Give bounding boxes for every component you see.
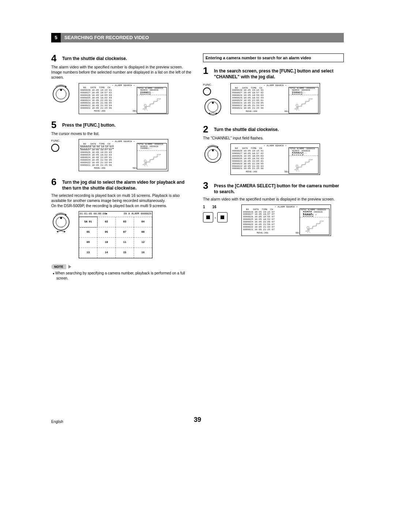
svg-point-15	[296, 165, 298, 167]
grid-cells: SA 01020304050607080910111213141516	[79, 217, 152, 258]
step-3: 3 Press the [CAMERA SELECT] button for t…	[203, 181, 344, 195]
svg-point-14	[212, 150, 214, 151]
step-number: 3	[203, 181, 214, 195]
grid-cell: 05	[79, 227, 97, 237]
grid-cell: 12	[134, 237, 152, 248]
alarm-search-screen: < ALARM SEARCH > NO DATE TIME CH 0000028…	[230, 143, 320, 175]
grid-cell: 03	[116, 217, 134, 227]
camera-select-buttons-icon: 116 -	[203, 205, 236, 223]
section-number: 5	[51, 33, 61, 42]
step-title: Press the [CAMERA SELECT] button for the…	[214, 181, 344, 195]
step-number: 1	[203, 66, 214, 80]
grid-cell: 16	[134, 248, 152, 258]
svg-point-7	[60, 217, 62, 219]
step-title: Turn the shuttle dial clockwise.	[62, 53, 127, 63]
grid-cell: 02	[97, 217, 116, 227]
alarm-search-screen: < ALARM SEARCH > NO DATE TIME CH 0000028…	[241, 205, 331, 236]
manual-page: 5 SEARCHING FOR RECORDED VIDEO 4 Turn th…	[51, 33, 344, 424]
playback-alarm-label: EN A ALARM 0000028	[124, 212, 151, 216]
svg-point-2	[60, 89, 62, 91]
note-list: When searching by specifying a camera nu…	[56, 271, 192, 281]
svg-point-12	[205, 146, 221, 162]
step-5: 5 Press the [FUNC.] button.	[51, 120, 192, 130]
section-title: SEARCHING FOR RECORDED VIDEO	[64, 33, 149, 42]
cam-label-16: 16	[212, 205, 217, 210]
step-title: Press the [FUNC.] button.	[62, 120, 116, 130]
step-body: The alarm video with the specified numbe…	[203, 196, 344, 202]
step-1: 1 In the search screen, press the [FUNC.…	[203, 66, 344, 80]
step-number: 2	[203, 124, 214, 134]
grid-cell: 15	[116, 248, 134, 258]
grid-cell: 08	[134, 227, 152, 237]
svg-point-10	[212, 102, 214, 104]
step-body: On the DSR-5009P, the recording is playe…	[51, 203, 192, 208]
footer-language: English	[51, 420, 149, 424]
func-label: FUNC.	[51, 139, 73, 143]
alarm-search-screen: < ALARM SEARCH > NO DATE TIME CH 0000028…	[230, 83, 320, 115]
svg-point-11	[296, 104, 298, 106]
step-title: In the search screen, press the [FUNC.] …	[214, 66, 344, 80]
multi16-screen: 01-01-05 00:00:00▶ EN A ALARM 0000028 SA…	[79, 211, 153, 258]
page-footer: English 39	[51, 416, 344, 424]
grid-cell: 06	[97, 227, 116, 237]
shuttle-dial-icon	[203, 143, 225, 164]
playback-timestamp: 01-01-05 00:00:00▶	[80, 212, 108, 216]
alarm-search-screen: < ALARM SEARCH > NO DATE TIME CH 0000028…	[79, 139, 168, 171]
grid-cell: 11	[116, 237, 134, 248]
step-body: The "CHANNEL" input field flashes.	[203, 135, 344, 141]
grid-cell: 04	[134, 217, 152, 227]
svg-point-16	[307, 226, 309, 229]
jog-shuttle-dial-icon	[51, 211, 73, 235]
step-body: The selected recording is played back on…	[51, 193, 192, 203]
step-body: The alarm video with the specified numbe…	[51, 64, 192, 70]
step-title: Turn the jog dial to select the alarm vi…	[62, 177, 192, 191]
grid-cell: SA 01	[79, 217, 97, 227]
step-body: The cursor moves to the list.	[51, 131, 192, 136]
step-body: Image numbers before the selected number…	[51, 70, 192, 80]
svg-point-4	[144, 160, 146, 162]
step-4: 4 Turn the shuttle dial clockwise.	[51, 53, 192, 63]
svg-point-0	[53, 86, 69, 102]
grid-cell: 14	[97, 248, 116, 258]
alarm-search-screen: < ALARM SEARCH > NO DATE TIME CH 0000028…	[79, 83, 168, 115]
left-column: 4 Turn the shuttle dial clockwise. The a…	[51, 53, 192, 281]
func-button-icon: FUNC.	[51, 139, 73, 152]
step-2: 2 Turn the shuttle dial clockwise.	[203, 124, 344, 134]
shuttle-dial-icon	[51, 83, 73, 103]
step-number: 6	[51, 177, 62, 191]
svg-point-3	[144, 104, 146, 106]
step-6: 6 Turn the jog dial to select the alarm …	[51, 177, 192, 191]
func-jog-icon: FUNC.	[203, 83, 225, 119]
grid-cell: 09	[79, 237, 97, 248]
svg-point-8	[205, 99, 221, 115]
note-item: When searching by specifying a camera nu…	[56, 271, 192, 281]
step-number: 4	[51, 53, 62, 63]
note-label: NOTE	[51, 264, 66, 269]
section-header: 5 SEARCHING FOR RECORDED VIDEO	[51, 33, 344, 42]
right-column: Entering a camera number to search for a…	[203, 53, 344, 281]
note-header: NOTE	[51, 264, 192, 269]
grid-cell: 07	[116, 227, 134, 237]
step-title: Turn the shuttle dial clockwise.	[214, 124, 279, 134]
svg-point-5	[53, 214, 69, 230]
func-label: FUNC.	[203, 83, 225, 87]
grid-cell: 10	[97, 237, 116, 248]
note-arrow-icon	[68, 265, 71, 269]
grid-cell: 13	[79, 248, 97, 258]
step-number: 5	[51, 120, 62, 130]
sub-heading: Entering a camera number to search for a…	[203, 53, 344, 62]
cam-label-1: 1	[203, 205, 205, 210]
cam-dash: -	[215, 215, 216, 220]
page-number: 39	[149, 416, 247, 424]
